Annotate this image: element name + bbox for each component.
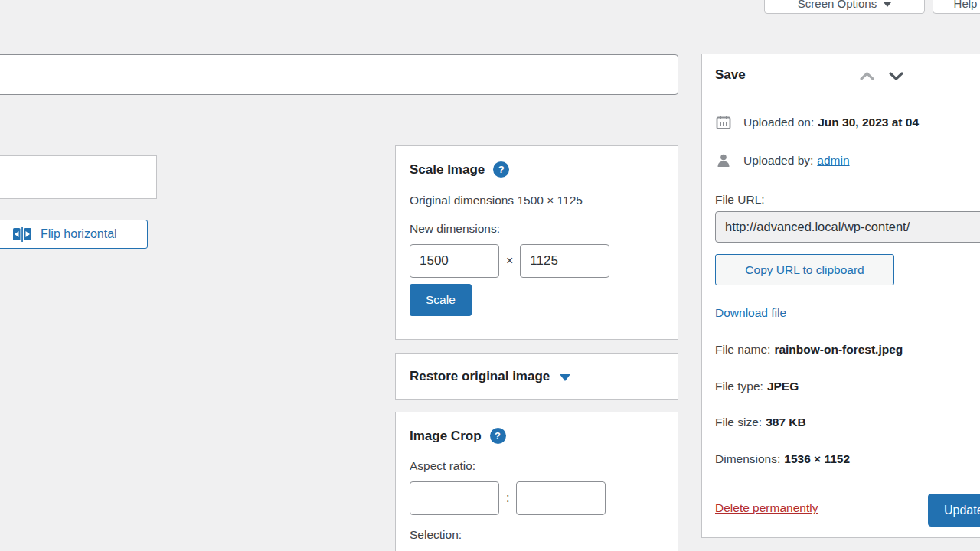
- aspect-ratio-width-input[interactable]: [410, 481, 499, 515]
- move-up-icon[interactable]: [858, 67, 877, 86]
- user-icon: [715, 152, 732, 169]
- file-size-label: File size:: [715, 416, 762, 429]
- scale-image-panel: Scale Image ? Original dimensions 1500 ×…: [395, 145, 678, 340]
- help-label: Help: [954, 0, 978, 10]
- restore-original-title: Restore original image: [410, 369, 550, 384]
- file-name-value: rainbow-on-forest.jpeg: [774, 343, 903, 357]
- save-panel-header: Save: [702, 54, 980, 96]
- file-type-row: File type: JPEG: [715, 380, 799, 393]
- calendar-icon: [715, 114, 732, 131]
- update-button[interactable]: Update: [928, 494, 980, 527]
- scale-button[interactable]: Scale: [410, 284, 472, 316]
- file-type-value: JPEG: [767, 380, 799, 393]
- save-panel-title: Save: [715, 67, 746, 83]
- uploaded-by-label: Uploaded by:: [743, 154, 813, 168]
- save-panel: Save Uploaded on: Jun 30, 2023 at 04: [701, 54, 980, 538]
- edit-media-page: { "top_bar": { "screen_options_label": "…: [0, 0, 980, 551]
- dimensions-value: 1536 × 1152: [784, 452, 850, 466]
- file-type-label: File type:: [715, 380, 763, 393]
- scale-width-input[interactable]: [410, 244, 499, 278]
- original-dimensions-text: Original dimensions 1500 × 1125: [410, 194, 664, 207]
- new-dimensions-label: New dimensions:: [410, 222, 664, 236]
- flip-horizontal-button[interactable]: Flip horizontal: [0, 220, 148, 249]
- image-crop-title: Image Crop ?: [410, 428, 664, 444]
- file-name-label: File name:: [715, 343, 770, 357]
- restore-original-panel[interactable]: Restore original image: [395, 353, 678, 400]
- copy-url-button[interactable]: Copy URL to clipboard: [715, 254, 894, 285]
- dimensions-row: Dimensions: 1536 × 1152: [715, 452, 850, 466]
- scale-image-title: Scale Image ?: [410, 161, 664, 178]
- file-size-value: 387 KB: [766, 416, 806, 429]
- uploaded-on-value: Jun 30, 2023 at 04: [818, 116, 919, 129]
- attachment-title-input[interactable]: [0, 54, 678, 95]
- file-url-input[interactable]: [715, 211, 980, 243]
- footer-divider: [702, 481, 980, 481]
- file-size-row: File size: 387 KB: [715, 416, 806, 429]
- file-name-row: File name: rainbow-on-forest.jpeg: [715, 343, 903, 357]
- flip-horizontal-label: Flip horizontal: [41, 227, 117, 241]
- file-url-label: File URL:: [715, 193, 765, 207]
- crop-help-icon[interactable]: ?: [490, 428, 506, 444]
- screen-options-label: Screen Options: [798, 0, 877, 10]
- scale-help-icon[interactable]: ?: [493, 161, 509, 178]
- uploaded-on-label: Uploaded on:: [743, 116, 814, 129]
- uploaded-on-row: Uploaded on: Jun 30, 2023 at 04: [715, 114, 919, 131]
- aspect-ratio-label: Aspect ratio:: [410, 459, 664, 473]
- move-down-icon[interactable]: [887, 67, 906, 86]
- screen-options-button[interactable]: Screen Options: [764, 0, 925, 14]
- selection-label: Selection:: [410, 528, 664, 542]
- flip-horizontal-icon: [13, 226, 31, 243]
- aspect-ratio-height-input[interactable]: [516, 481, 606, 515]
- uploaded-by-row: Uploaded by: admin: [715, 152, 850, 169]
- uploaded-by-link[interactable]: admin: [817, 154, 849, 168]
- ratio-separator: :: [506, 491, 509, 505]
- image-crop-panel: Image Crop ? Aspect ratio: : Selection:: [395, 412, 678, 551]
- expand-triangle-icon: [560, 374, 570, 381]
- chevron-down-icon: [884, 2, 891, 7]
- download-file-link[interactable]: Download file: [715, 306, 786, 320]
- times-separator: ×: [506, 254, 513, 268]
- dimensions-label: Dimensions:: [715, 452, 780, 466]
- delete-permanently-link[interactable]: Delete permanently: [715, 501, 818, 515]
- scale-height-input[interactable]: [520, 244, 609, 278]
- help-button[interactable]: Help: [933, 0, 980, 14]
- image-preview[interactable]: [0, 155, 157, 199]
